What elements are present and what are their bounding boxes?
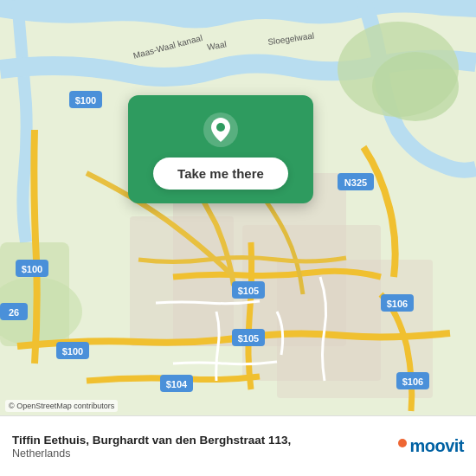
map-container: $100 $100 $100 26 $105 $105 $104 $106	[0, 0, 476, 415]
location-title: Tiffin Eethuis, Burghardt van den Berghs…	[12, 433, 291, 448]
svg-text:$100: $100	[22, 264, 42, 274]
svg-text:$104: $104	[166, 379, 188, 389]
location-popup: Take me there	[128, 95, 313, 203]
moovit-logo: moovit	[398, 436, 464, 456]
footer: Tiffin Eethuis, Burghardt van den Berghs…	[0, 415, 476, 476]
svg-point-33	[216, 123, 225, 132]
svg-text:$100: $100	[75, 95, 96, 106]
svg-text:26: 26	[9, 307, 19, 318]
map-attribution: © OpenStreetMap contributors	[5, 400, 118, 412]
location-pin-icon	[202, 111, 240, 149]
svg-text:$105: $105	[238, 286, 259, 296]
svg-text:$106: $106	[402, 376, 423, 387]
footer-info: Tiffin Eethuis, Burghardt van den Berghs…	[12, 433, 291, 460]
svg-text:$100: $100	[62, 346, 83, 357]
svg-text:$106: $106	[387, 299, 408, 309]
take-me-there-button[interactable]: Take me there	[153, 158, 288, 190]
logo-dot-icon	[398, 439, 407, 447]
svg-text:$105: $105	[238, 333, 259, 344]
svg-text:N325: N325	[344, 177, 367, 188]
location-country: Netherlands	[12, 447, 291, 460]
logo-text: moovit	[409, 436, 464, 456]
svg-point-2	[372, 52, 459, 121]
app: $100 $100 $100 26 $105 $105 $104 $106	[0, 0, 476, 476]
